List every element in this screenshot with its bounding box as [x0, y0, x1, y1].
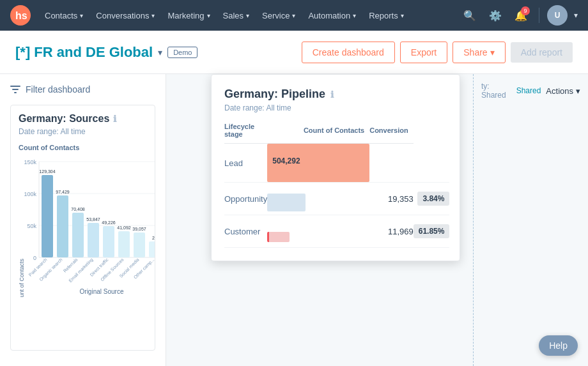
chevron-down-icon[interactable]: ▾ — [574, 11, 578, 20]
opportunity-conversion-cell: 3.84% — [414, 183, 450, 215]
opportunity-bar-cell — [267, 183, 369, 215]
chart-date-range: Date range: All time — [19, 127, 147, 136]
svg-rect-26 — [134, 233, 145, 257]
notification-badge: 9 — [521, 6, 530, 15]
svg-rect-4 — [14, 92, 17, 93]
nav-right-icons: 🔍 ⚙️ 🔔 9 U ▾ — [460, 5, 578, 26]
pipeline-modal-title: Germany: Pipeline ℹ — [224, 88, 447, 101]
svg-rect-20 — [88, 223, 99, 257]
avatar[interactable]: U — [547, 5, 568, 26]
search-icon[interactable]: 🔍 — [460, 5, 480, 26]
content-area: Filter dashboard Germany: Sources ℹ Date… — [0, 74, 588, 366]
filter-dashboard-button[interactable]: Filter dashboard — [10, 84, 155, 95]
svg-text:39,057: 39,057 — [132, 227, 146, 231]
chevron-down-icon: ▾ — [151, 12, 155, 19]
info-icon[interactable]: ℹ — [330, 89, 334, 100]
pipeline-table: Lifecycle stage Count of Contacts Conver… — [224, 123, 449, 248]
info-icon[interactable]: ℹ — [113, 114, 116, 124]
nav-conversations[interactable]: Conversations ▾ — [89, 0, 161, 31]
table-row: Customer 11,969 61.85% — [224, 215, 449, 248]
navbar: hs Contacts ▾ Conversations ▾ Marketing … — [0, 0, 588, 31]
nav-sales[interactable]: Sales ▾ — [217, 0, 256, 31]
svg-rect-24 — [118, 231, 130, 257]
opportunity-bar — [267, 194, 306, 211]
conversion-header: Conversion — [369, 123, 414, 144]
share-button[interactable]: Share ▾ — [453, 42, 505, 63]
svg-text:129,304: 129,304 — [39, 169, 55, 174]
customer-bar — [267, 232, 290, 242]
add-report-button: Add report — [511, 42, 573, 63]
pipeline-date-range: Date range: All time — [224, 103, 447, 112]
lead-bar-container: 504,292 — [267, 144, 369, 182]
customer-conversion-cell: 61.85% — [414, 215, 450, 248]
create-dashboard-button[interactable]: Create dashboard — [302, 42, 395, 63]
lifecycle-label-customer: Customer — [224, 215, 267, 248]
chevron-down-icon: ▾ — [401, 12, 404, 19]
svg-text:53,847: 53,847 — [86, 217, 100, 222]
svg-text:41,092: 41,092 — [117, 225, 131, 230]
right-panel: ty: Shared Shared Actions ▾ — [473, 74, 588, 366]
export-button[interactable]: Export — [400, 42, 447, 63]
svg-text:100k: 100k — [24, 191, 36, 197]
lifecycle-stage-header: Lifecycle stage — [224, 123, 267, 144]
chevron-down-icon: ▾ — [576, 86, 580, 96]
svg-text:97,429: 97,429 — [56, 190, 70, 194]
count-contacts-header: Count of Contacts — [267, 123, 369, 144]
table-row: Opportunity 19,353 3.84% — [224, 183, 449, 215]
nav-items: Contacts ▾ Conversations ▾ Marketing ▾ S… — [38, 0, 460, 31]
bar-chart-svg: 150k 100k 50k 0 129,304 97,429 — [19, 156, 155, 297]
svg-text:25: 25 — [152, 236, 155, 240]
nav-reports[interactable]: Reports ▾ — [362, 0, 410, 31]
svg-text:hs: hs — [15, 10, 27, 21]
nav-service[interactable]: Service ▾ — [256, 0, 302, 31]
nav-automation[interactable]: Automation ▾ — [302, 0, 362, 31]
svg-rect-22 — [103, 226, 114, 257]
svg-rect-16 — [57, 195, 68, 257]
page-header: [*] FR and DE Global ▾ Demo Create dashb… — [0, 31, 588, 74]
lead-count-in-bar: 504,292 — [267, 144, 369, 178]
conversion-badge-opportunity: 3.84% — [417, 192, 449, 206]
actions-dropdown[interactable]: Actions ▾ — [546, 86, 580, 96]
lead-bar-cell: 504,292 — [267, 144, 369, 183]
help-button[interactable]: Help — [539, 335, 578, 356]
chart-title: Germany: Sources ℹ — [19, 113, 147, 125]
right-panel-top: ty: Shared Shared Actions ▾ — [481, 82, 580, 100]
shared-label: Shared — [516, 86, 541, 95]
chevron-down-icon: ▾ — [490, 47, 495, 57]
demo-badge: Demo — [167, 47, 197, 58]
customer-bar-cell — [267, 215, 369, 248]
opportunity-count-cell: 19,353 — [369, 183, 414, 215]
lead-bar: 504,292 — [267, 144, 369, 182]
chevron-down-icon: ▾ — [292, 12, 295, 19]
page-title-area: [*] FR and DE Global ▾ Demo — [15, 44, 302, 61]
nav-marketing[interactable]: Marketing ▾ — [161, 0, 216, 31]
visibility-label: ty: Shared — [481, 82, 511, 100]
customer-bar-container — [267, 215, 369, 247]
hubspot-logo[interactable]: hs — [10, 5, 31, 26]
opportunity-bar-container — [267, 183, 369, 215]
nav-contacts[interactable]: Contacts ▾ — [38, 0, 89, 31]
svg-rect-3 — [12, 89, 19, 90]
svg-text:0: 0 — [33, 255, 36, 261]
settings-icon[interactable]: ⚙️ — [485, 5, 506, 26]
filter-icon — [10, 85, 20, 94]
svg-rect-28 — [149, 241, 155, 257]
germany-pipeline-modal: Germany: Pipeline ℹ Date range: All time… — [211, 74, 460, 261]
y-axis-title: Count of Contacts — [19, 144, 147, 151]
sidebar-panel: Filter dashboard Germany: Sources ℹ Date… — [0, 74, 166, 366]
chevron-down-icon: ▾ — [80, 12, 83, 19]
page-title: [*] FR and DE Global — [15, 44, 153, 61]
nav-divider — [539, 8, 539, 23]
header-actions: Create dashboard Export Share ▾ Add repo… — [302, 42, 573, 63]
notifications-icon[interactable]: 🔔 9 — [511, 5, 531, 26]
svg-rect-2 — [10, 86, 20, 87]
title-chevron-icon[interactable]: ▾ — [158, 47, 162, 57]
lifecycle-label-lead: Lead — [224, 144, 267, 183]
germany-sources-chart: Germany: Sources ℹ Date range: All time … — [10, 105, 155, 351]
svg-text:150k: 150k — [24, 159, 36, 165]
svg-rect-18 — [72, 213, 84, 257]
lead-conversion-cell — [369, 144, 414, 183]
chevron-down-icon: ▾ — [246, 12, 249, 19]
svg-text:70,408: 70,408 — [71, 207, 85, 211]
conversion-badge-customer: 61.85% — [414, 224, 450, 238]
